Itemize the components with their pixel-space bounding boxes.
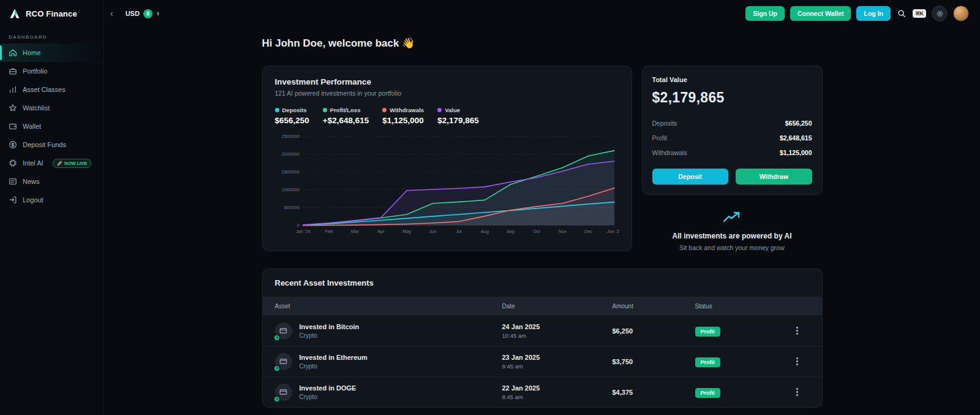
search-icon [897, 9, 906, 18]
profit-arrow-icon [273, 334, 281, 341]
currency-code: USD [126, 10, 140, 17]
news-icon [9, 177, 17, 186]
dollar-circle-icon [9, 140, 17, 149]
ai-note: All investments are powered by AI Sit ba… [642, 211, 823, 251]
ai-note-title: All investments are powered by AI [642, 232, 823, 240]
withdraw-button[interactable]: Withdraw [736, 169, 812, 185]
svg-text:Jan '24: Jan '24 [295, 229, 310, 234]
total-row-deposits: Deposits$656,250 [652, 116, 812, 131]
sidebar-item-logout[interactable]: Logout [0, 191, 104, 209]
wallet-icon [9, 122, 17, 131]
svg-text:Oct: Oct [533, 229, 541, 234]
star-icon [9, 104, 17, 112]
row-menu-button[interactable] [791, 354, 804, 370]
svg-text:Jul: Jul [456, 229, 462, 234]
sidebar-item-wallet[interactable]: Wallet [0, 117, 104, 135]
sidebar-item-intel-ai[interactable]: Intel AI 🚀NOW LIVE [0, 154, 104, 172]
sidebar-nav: Home Portfolio Asset Classes Watchlist W… [0, 44, 104, 209]
sidebar-item-label: News [23, 178, 40, 185]
ai-chip-icon [9, 159, 17, 167]
svg-text:Nov: Nov [558, 229, 567, 234]
sign-up-button[interactable]: Sign Up [745, 6, 785, 21]
log-in-button[interactable]: Log In [856, 6, 891, 21]
legend-item-withdrawals: Withdrawals $1,125,000 [382, 107, 424, 125]
profit-loss-dot-icon [323, 108, 327, 112]
table-row[interactable]: Invested in Bitcoin Crypto 24 Jan 2025 1… [263, 315, 822, 346]
svg-text:500000: 500000 [284, 205, 299, 210]
svg-text:0: 0 [296, 223, 299, 228]
row-menu-button[interactable] [791, 323, 804, 339]
withdrawals-dot-icon [382, 108, 386, 112]
brand: RCO Finance [0, 0, 104, 27]
sidebar-section-label: DASHBOARD [0, 27, 104, 44]
svg-text:2000000: 2000000 [281, 151, 299, 157]
legend-item-profit-loss: Profit/Loss +$2,648,615 [323, 107, 369, 125]
brand-logo-icon [9, 7, 21, 20]
sidebar-item-label: Logout [23, 196, 43, 204]
investment-performance-card: Investment Performance 121 AI powered in… [262, 66, 632, 251]
user-avatar[interactable] [953, 6, 969, 21]
table-row[interactable]: Invested in Ethereum Crypto 23 Jan 2025 … [263, 346, 822, 376]
page-greeting: Hi John Doe, welcome back 👋 [262, 37, 823, 50]
deposits-dot-icon [275, 108, 279, 112]
dollar-badge-icon: $ [143, 9, 153, 18]
svg-text:Feb: Feb [325, 229, 333, 234]
ai-note-subtitle: Sit back and watch your money grow [642, 244, 823, 251]
sidebar-item-watchlist[interactable]: Watchlist [0, 99, 104, 117]
legend-item-value: Value $2,179,865 [437, 107, 479, 125]
svg-text:May: May [402, 229, 411, 234]
topbar: ‹ USD $ ▲▼ Sign Up Connect Wallet Log In… [104, 0, 980, 27]
now-live-badge: 🚀NOW LIVE [53, 159, 91, 168]
table-row[interactable]: Invested in DOGE Crypto 22 Jan 2025 8:45… [263, 376, 822, 407]
sidebar-item-label: Deposit Funds [23, 141, 66, 148]
bar-chart-icon [9, 85, 17, 94]
connect-wallet-button[interactable]: Connect Wallet [790, 6, 851, 21]
sidebar-item-news[interactable]: News [0, 172, 104, 191]
legend-item-deposits: Deposits $656,250 [275, 107, 309, 125]
svg-text:2500000: 2500000 [281, 134, 299, 139]
deposit-button[interactable]: Deposit [652, 169, 729, 185]
sidebar-item-label: Asset Classes [23, 86, 66, 93]
sidebar-collapse-button[interactable]: ‹ [107, 7, 117, 20]
sidebar-item-home[interactable]: Home [0, 44, 104, 62]
search-button[interactable] [896, 8, 907, 19]
sidebar-item-asset-classes[interactable]: Asset Classes [0, 80, 104, 99]
row-menu-button[interactable] [791, 384, 804, 400]
asset-card-icon [275, 322, 292, 340]
settings-button[interactable] [932, 6, 948, 21]
profit-arrow-icon [273, 365, 281, 372]
content: Hi John Doe, welcome back 👋 Investment P… [104, 27, 980, 415]
svg-text:Dec: Dec [584, 229, 593, 234]
total-value-card: Total Value $2,179,865 Deposits$656,250 … [642, 66, 823, 195]
briefcase-icon [9, 67, 17, 75]
sidebar-item-deposit-funds[interactable]: Deposit Funds [0, 135, 104, 154]
recent-investments-card: Recent Asset Investments Asset Date Amou… [262, 268, 823, 408]
card-subtitle: 121 AI powered investments in your portf… [275, 89, 619, 97]
sidebar-item-label: Wallet [23, 123, 41, 130]
svg-text:Mar: Mar [351, 229, 359, 234]
chart-legend: Deposits $656,250 Profit/Loss +$2,648,61… [275, 107, 619, 125]
svg-text:Sep: Sep [506, 229, 514, 234]
svg-text:Jun: Jun [429, 229, 436, 234]
brand-name: RCO Finance [26, 9, 77, 18]
sidebar-item-portfolio[interactable]: Portfolio [0, 62, 104, 80]
total-value-title: Total Value [652, 76, 812, 83]
value-dot-icon [437, 108, 442, 112]
total-row-profit: Profit$2,648,615 [652, 131, 812, 145]
status-badge: Profit [695, 357, 721, 367]
currency-selector[interactable]: USD $ ▲▼ [126, 9, 160, 18]
right-column: Total Value $2,179,865 Deposits$656,250 … [642, 66, 823, 251]
app-root: RCO Finance DASHBOARD Home Portfolio Ass… [0, 0, 980, 415]
asset-card-icon [275, 384, 292, 401]
chevron-updown-icon: ▲▼ [156, 11, 160, 16]
svg-text:Jan '25: Jan '25 [607, 229, 619, 234]
performance-area-chart: 05000001000000150000020000002500000Jan '… [275, 131, 619, 239]
sidebar: RCO Finance DASHBOARD Home Portfolio Ass… [0, 0, 104, 415]
svg-text:Aug: Aug [480, 229, 488, 234]
status-badge: Profit [695, 327, 721, 337]
rocket-icon: 🚀 [57, 161, 62, 166]
home-icon [9, 48, 17, 57]
svg-text:1500000: 1500000 [281, 169, 299, 175]
gear-icon [936, 10, 944, 18]
sidebar-item-label: Intel AI [23, 159, 43, 167]
